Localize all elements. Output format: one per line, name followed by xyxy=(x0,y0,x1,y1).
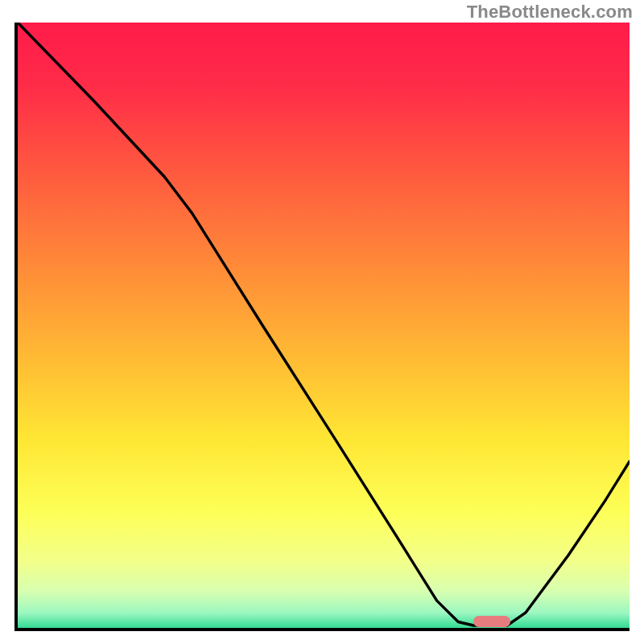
bottleneck-curve xyxy=(18,23,630,628)
chart-container: TheBottleneck.com xyxy=(0,0,644,644)
plot-area xyxy=(14,23,630,631)
optimal-range-marker xyxy=(473,616,510,627)
watermark-text: TheBottleneck.com xyxy=(467,2,633,23)
